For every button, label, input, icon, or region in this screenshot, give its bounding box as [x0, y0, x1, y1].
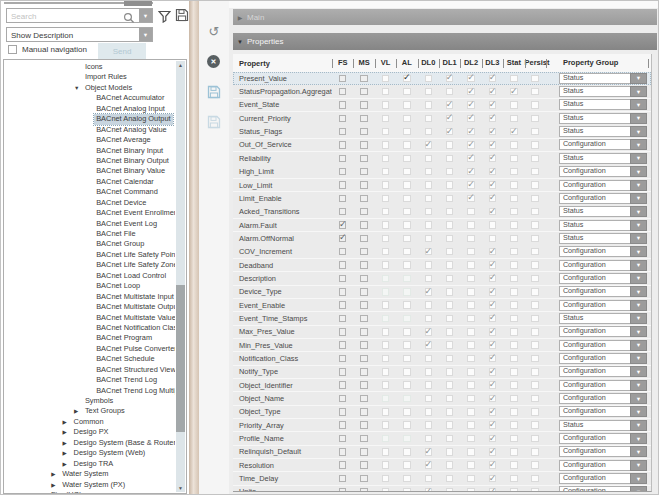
flag-checkbox-fs[interactable] [332, 195, 353, 203]
flag-checkbox-al[interactable] [396, 88, 417, 96]
flag-checkbox-fs[interactable] [332, 408, 353, 416]
flag-checkbox-dl3[interactable]: ✓ [482, 368, 503, 376]
flag-checkbox-dl2[interactable] [460, 395, 481, 403]
tree-item[interactable]: BACnet Trend Log Multiple [4, 386, 175, 396]
flag-checkbox-dl0[interactable] [418, 88, 439, 96]
flag-checkbox-dl0[interactable] [418, 368, 439, 376]
flag-checkbox-fs[interactable] [332, 141, 353, 149]
flag-checkbox-dl0[interactable]: ✓ [418, 288, 439, 296]
flag-checkbox-fs[interactable] [332, 288, 353, 296]
section-main[interactable]: ▶ Main [233, 9, 657, 25]
flag-checkbox-dl1[interactable] [439, 461, 460, 469]
search-dropdown-button[interactable]: ▼ [138, 9, 152, 22]
save-icon[interactable] [207, 85, 221, 99]
tree-item[interactable]: BACnet Analog Input [4, 104, 175, 114]
flag-checkbox-persist[interactable] [525, 435, 546, 443]
flag-checkbox-dl1[interactable] [439, 208, 460, 216]
property-group-dropdown[interactable]: Status ▼ [559, 220, 647, 231]
flag-checkbox-persist[interactable] [525, 421, 546, 429]
tree-expander-icon[interactable]: ▶ [63, 417, 72, 427]
flag-checkbox-stat[interactable] [503, 395, 524, 403]
flag-checkbox-fs[interactable] [332, 315, 353, 323]
flag-checkbox-dl2[interactable] [460, 341, 481, 349]
flag-checkbox-fs[interactable] [332, 208, 353, 216]
tree-item[interactable]: BACnet Command [4, 187, 175, 197]
flag-checkbox-persist[interactable] [525, 461, 546, 469]
tree-item[interactable]: BACnet Accumulator [4, 93, 175, 103]
flag-checkbox-al[interactable] [396, 301, 417, 309]
flag-checkbox-stat[interactable] [503, 168, 524, 176]
flag-checkbox-dl0[interactable] [418, 315, 439, 323]
flag-checkbox-persist[interactable] [525, 355, 546, 363]
flag-checkbox-dl3[interactable]: ✓ [482, 75, 503, 83]
flag-checkbox-al[interactable] [396, 475, 417, 483]
flag-checkbox-dl0[interactable] [418, 155, 439, 163]
flag-checkbox-dl1[interactable]: ✓ [439, 101, 460, 109]
flag-checkbox-fs[interactable] [332, 448, 353, 456]
property-group-dropdown[interactable]: Configuration ▼ [559, 473, 647, 484]
table-row[interactable]: Notification_Class ✓ Configuration ▼ [233, 352, 651, 365]
flag-checkbox-stat[interactable]: ✓ [503, 88, 524, 96]
flag-checkbox-dl0[interactable]: ✓ [418, 328, 439, 336]
flag-checkbox-dl2[interactable] [460, 368, 481, 376]
flag-checkbox-vl[interactable] [375, 88, 396, 96]
table-row[interactable]: Event_Enable ✓ Configuration ▼ [233, 299, 651, 312]
flag-checkbox-fs[interactable] [332, 355, 353, 363]
table-row[interactable]: Out_Of_Service ✓✓✓ Configuration ▼ [233, 139, 651, 152]
save-filter-icon[interactable] [175, 8, 189, 26]
tree-expander-icon[interactable]: ▶ [51, 469, 60, 479]
flag-checkbox-vl[interactable] [375, 235, 396, 243]
tree-expander-icon[interactable]: ▶ [51, 480, 60, 490]
flag-checkbox-stat[interactable] [503, 261, 524, 269]
flag-checkbox-stat[interactable] [503, 181, 524, 189]
property-group-dropdown[interactable]: Status ▼ [559, 420, 647, 431]
flag-checkbox-dl0[interactable] [418, 301, 439, 309]
flag-checkbox-stat[interactable] [503, 381, 524, 389]
tree-item[interactable]: ▶ Desigo TRA [4, 459, 175, 469]
flag-checkbox-persist[interactable] [525, 301, 546, 309]
close-icon[interactable]: ✕ [207, 55, 220, 68]
flag-checkbox-al[interactable] [396, 395, 417, 403]
property-group-dropdown[interactable]: Configuration ▼ [559, 446, 647, 457]
flag-checkbox-ms[interactable] [353, 208, 374, 216]
dropdown-arrow-icon[interactable]: ▼ [630, 446, 647, 457]
property-group-dropdown[interactable]: Status ▼ [559, 113, 647, 124]
dropdown-arrow-icon[interactable]: ▼ [630, 139, 647, 150]
flag-checkbox-vl[interactable] [375, 261, 396, 269]
flag-checkbox-dl2[interactable] [460, 208, 481, 216]
table-row[interactable]: Status_Flags ✓✓✓✓ Status ▼ [233, 125, 651, 138]
flag-checkbox-stat[interactable] [503, 328, 524, 336]
flag-checkbox-vl[interactable] [375, 208, 396, 216]
flag-checkbox-al[interactable] [396, 488, 417, 492]
flag-checkbox-ms[interactable] [353, 408, 374, 416]
tree-item[interactable]: Import Rules [4, 72, 175, 82]
flag-checkbox-ms[interactable] [353, 288, 374, 296]
flag-checkbox-stat[interactable] [503, 355, 524, 363]
tree-item[interactable]: ▼ Object Models [4, 83, 175, 93]
flag-checkbox-dl3[interactable]: ✓ [482, 101, 503, 109]
flag-checkbox-dl0[interactable] [418, 408, 439, 416]
flag-checkbox-dl1[interactable]: ✓ [439, 75, 460, 83]
tree-item[interactable]: BACnet Life Safety Point [4, 250, 175, 260]
tree-item[interactable]: BACnet Group [4, 239, 175, 249]
flag-checkbox-al[interactable] [396, 221, 417, 229]
flag-checkbox-stat[interactable] [503, 208, 524, 216]
flag-checkbox-vl[interactable] [375, 248, 396, 256]
dropdown-arrow-icon[interactable]: ▼ [630, 233, 647, 244]
flag-checkbox-dl0[interactable]: ✓ [418, 461, 439, 469]
table-row[interactable]: Reliability ✓✓ Status ▼ [233, 152, 651, 165]
flag-checkbox-dl3[interactable]: ✓ [482, 328, 503, 336]
flag-checkbox-vl[interactable] [375, 408, 396, 416]
flag-checkbox-fs[interactable]: ✓ [332, 221, 353, 229]
table-row[interactable]: Object_Type ✓ Configuration ▼ [233, 406, 651, 419]
flag-checkbox-ms[interactable] [353, 141, 374, 149]
flag-checkbox-dl1[interactable] [439, 475, 460, 483]
dropdown-arrow-icon[interactable]: ▼ [630, 326, 647, 337]
property-group-dropdown[interactable]: Configuration ▼ [559, 340, 647, 351]
flag-checkbox-dl2[interactable] [460, 221, 481, 229]
flag-checkbox-dl0[interactable]: ✓ [418, 448, 439, 456]
flag-checkbox-persist[interactable] [525, 208, 546, 216]
flag-checkbox-dl0[interactable] [418, 475, 439, 483]
tree-scrollbar[interactable]: ▲ ▼ [176, 61, 185, 492]
dropdown-arrow-icon[interactable]: ▼ [630, 380, 647, 391]
